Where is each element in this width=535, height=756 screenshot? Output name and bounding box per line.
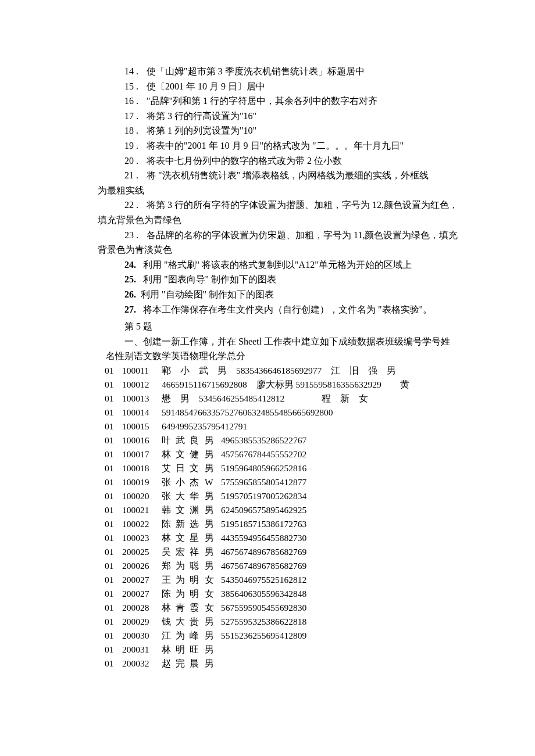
item-dot: . (136, 109, 138, 124)
item-21-cont: 为最粗实线 (98, 183, 459, 198)
item-dot: . (136, 123, 138, 138)
table-row: 011000156494995235795412791 (105, 420, 459, 433)
item-text: 使〔2001 年 10 月 9 日〕居中 (147, 81, 265, 91)
item-23: 23 .各品牌的名称的字体设置为仿宋题、加粗，字号为 11,颜色设置为绿色，填充 (98, 228, 459, 243)
section-title: 第 5 题 (98, 319, 459, 334)
cell-gender: 男 (205, 503, 221, 517)
item-text: 利用 "格式刷" 将该表的格式复制到以"A12"单元格为开始的区域上 (143, 260, 412, 270)
table-row: 01200025吴 宏 祥男4675674896785682769 (105, 545, 459, 559)
item-number: 27. (124, 304, 136, 314)
cell-class: 01 (105, 531, 122, 545)
cell-id: 100014 (122, 406, 162, 420)
cell-scores: 5755965855805412877 (221, 475, 459, 489)
item-dot: . (136, 228, 138, 243)
item-text: 各品牌的名称的字体设置为仿宋题、加粗，字号为 11,颜色设置为绿色，填充 (147, 230, 458, 240)
cell-gender: 男 (205, 615, 221, 629)
table-row: 01200029钱 大 贵男5275595325386622818 (105, 615, 459, 629)
cell-scores: 5675595905455692830 (221, 601, 459, 615)
item-17: 17 .将第 3 行的行高设置为"16" (98, 109, 459, 124)
cell-id: 200027 (122, 587, 162, 601)
cell-class: 01 (105, 392, 122, 406)
cell-tail: 4665915116715692808 廖大标男 591559581635563… (162, 378, 459, 392)
cell-name: 林 文 星 (162, 531, 205, 545)
item-18: 18 .将第 1 列的列宽设置为"10" (98, 123, 459, 138)
cell-gender: 女 (205, 587, 221, 601)
table-row: 01100011鄆 小 武 男 5835436646185692977 江 旧 … (105, 364, 459, 378)
cell-name: 林 文 健 (162, 447, 205, 461)
table-row: 01200030江 为 峰男5515236255695412809 (105, 629, 459, 643)
item-text: 将表中七月份列中的数字的格式改为带 2 位小数 (147, 156, 342, 166)
cell-class: 01 (105, 587, 122, 601)
cell-class: 01 (105, 503, 122, 517)
table-row: 01200031林 明 旺男 (105, 643, 459, 657)
item-19: 19 .将表中的"2001 年 10 月 9 日"的格式改为 "二。。。年十月九… (98, 138, 459, 153)
cell-id: 200025 (122, 545, 162, 559)
cell-gender: 男 (205, 433, 221, 447)
table-row: 011000124665915116715692808 廖大标男 5915595… (105, 378, 459, 392)
item-number: 21 (124, 170, 134, 180)
cell-gender: 男 (205, 657, 221, 671)
cell-class: 01 (105, 461, 122, 475)
cell-name: 郑 为 聪 (162, 559, 205, 573)
table-row: 01100021韩 文 渊男6245096575895462925 (105, 503, 459, 517)
table-row: 01200027陈 为 明女3856406305596342848 (105, 587, 459, 601)
cell-scores: 4575676784455552702 (221, 447, 459, 461)
cell-scores: 5195185715386172763 (221, 517, 459, 531)
cell-gender: W (205, 475, 221, 489)
item-text: 将本工作簿保存在考生文件夹内（自行创建），文件名为 "表格实验"。 (143, 304, 432, 314)
cell-class: 01 (105, 615, 122, 629)
cell-id: 100018 (122, 461, 162, 475)
cell-id: 100012 (122, 378, 162, 392)
cell-class: 01 (105, 559, 122, 573)
cell-class: 01 (105, 489, 122, 503)
table-row: 01200028林 青 霞女5675595905455692830 (105, 601, 459, 615)
item-23-cont: 背景色为青淡黄色 (98, 242, 459, 257)
cell-tail: 5914854766335752760632485548566569​2800 (162, 406, 459, 420)
table-row: 01100022陈 新 选男5195185715386172763 (105, 517, 459, 531)
cell-class: 01 (105, 406, 122, 420)
cell-name: 艾 日 文 (162, 461, 205, 475)
cell-id: 100016 (122, 433, 162, 447)
cell-tail: 鄆 小 武 男 5835436646185692977 江 旧 强 男 (162, 364, 459, 378)
cell-tail: 懋 男 5345646255485412812 程 新 女 (162, 392, 459, 406)
item-text: 利用 "自动绘图" 制作如下的图表 (141, 289, 274, 299)
cell-scores: 5515236255695412809 (221, 629, 459, 643)
item-dot: . (136, 94, 138, 109)
cell-class: 01 (105, 433, 122, 447)
cell-id: 200031 (122, 643, 162, 657)
item-number: 14 (124, 66, 134, 76)
item-14: 14 .使「山姆"超市第 3 季度洗衣机销售统计表」标题居中 (98, 64, 459, 79)
table-row: 01100017林 文 健男4575676784455552702 (105, 447, 459, 461)
item-text: 将第 3 行的行高设置为"16" (147, 111, 256, 121)
item-text: 利用 "图表向导" 制作如下的图表 (143, 274, 276, 284)
cell-id: 100020 (122, 489, 162, 503)
cell-id: 100019 (122, 475, 162, 489)
cell-class: 01 (105, 364, 122, 378)
cell-name: 叶 武 良 (162, 433, 205, 447)
item-24: 24. 利用 "格式刷" 将该表的格式复制到以"A12"单元格为开始的区域上 (98, 257, 459, 273)
cell-name: 陈 为 明 (162, 587, 205, 601)
cell-gender: 男 (205, 489, 221, 503)
cell-id: 200029 (122, 615, 162, 629)
item-number: 16 (124, 96, 134, 106)
cell-class: 01 (105, 475, 122, 489)
item-dot: . (136, 168, 138, 183)
table-row: 0110001459148547663357527606324855485665… (105, 406, 459, 420)
item-20: 20 .将表中七月份列中的数字的格式改为带 2 位小数 (98, 153, 459, 169)
cell-id: 100023 (122, 531, 162, 545)
item-dot: . (136, 64, 138, 79)
cell-id: 100011 (122, 364, 162, 378)
item-number: 15 (124, 81, 134, 91)
item-16: 16 ."品牌"列和第 1 行的字符居中，其余各列中的数字右对齐 (98, 94, 459, 109)
item-text: 将表中的"2001 年 10 月 9 日"的格式改为 "二。。。年十月九日" (147, 141, 404, 151)
item-25: 25. 利用 "图表向导" 制作如下的图表 (98, 272, 459, 287)
cell-name: 韩 文 渊 (162, 503, 205, 517)
cell-class: 01 (105, 657, 122, 671)
cell-id: 200026 (122, 559, 162, 573)
table-row: 01100020张 大 华男5195705197005262834 (105, 489, 459, 503)
table-row: 01100023林 文 星男4435594956455882730 (105, 531, 459, 545)
item-27: 27. 将本工作簿保存在考生文件夹内（自行创建），文件名为 "表格实验"。 (98, 302, 459, 317)
item-number: 23 (124, 230, 134, 240)
item-number: 20 (124, 156, 134, 166)
item-number: 19 (124, 141, 134, 151)
